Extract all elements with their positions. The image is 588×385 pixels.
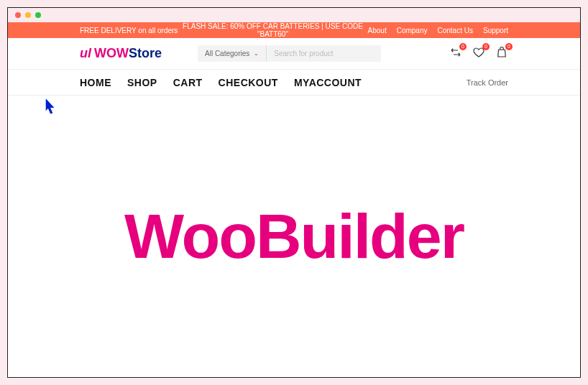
nav-checkout[interactable]: CHECKOUT bbox=[219, 77, 278, 88]
window-minimize-icon[interactable] bbox=[25, 12, 31, 18]
nav-shop[interactable]: SHOP bbox=[127, 77, 157, 88]
contact-link[interactable]: Contact Us bbox=[438, 27, 473, 34]
nav-cart[interactable]: CART bbox=[173, 77, 203, 88]
cart-logo-icon: ul bbox=[80, 46, 91, 61]
free-delivery-text: FREE DELIVERY on all orders bbox=[80, 27, 178, 34]
logo-wow: WOW bbox=[94, 46, 129, 60]
cart-badge: 0 bbox=[505, 43, 513, 50]
browser-window: FREE DELIVERY on all orders FLASH SALE: … bbox=[7, 7, 581, 378]
logo-store: Store bbox=[129, 46, 162, 60]
compare-button[interactable]: 0 bbox=[449, 46, 462, 62]
wishlist-button[interactable]: 0 bbox=[472, 46, 485, 62]
nav-home[interactable]: HOME bbox=[80, 77, 111, 88]
nav-links: HOME SHOP CART CHECKOUT MYACCOUNT bbox=[80, 77, 362, 88]
flash-sale-text: FLASH SALE: 60% OFF CAR BATTERIES | USE … bbox=[178, 22, 367, 38]
category-label: All Categories bbox=[205, 50, 249, 57]
about-link[interactable]: About bbox=[368, 27, 387, 34]
site-logo[interactable]: ul WOWStore bbox=[80, 46, 162, 61]
search-input[interactable] bbox=[266, 45, 381, 62]
search-group: All Categories ⌄ bbox=[198, 45, 381, 62]
cart-button[interactable]: 0 bbox=[495, 46, 508, 62]
wishlist-badge: 0 bbox=[482, 43, 490, 50]
support-link[interactable]: Support bbox=[483, 27, 508, 34]
window-titlebar bbox=[8, 8, 580, 22]
compare-badge: 0 bbox=[459, 43, 467, 50]
company-link[interactable]: Company bbox=[397, 27, 428, 34]
chevron-down-icon: ⌄ bbox=[254, 50, 259, 57]
window-close-icon[interactable] bbox=[15, 12, 21, 18]
hero-title: WooBuilder bbox=[124, 200, 464, 273]
header: ul WOWStore All Categories ⌄ 0 0 0 bbox=[8, 38, 580, 70]
main-nav: HOME SHOP CART CHECKOUT MYACCOUNT Track … bbox=[8, 70, 580, 96]
page-content: WooBuilder bbox=[8, 96, 580, 377]
banner-links: About Company Contact Us Support bbox=[368, 27, 508, 34]
nav-myaccount[interactable]: MYACCOUNT bbox=[294, 77, 362, 88]
promo-banner: FREE DELIVERY on all orders FLASH SALE: … bbox=[8, 22, 580, 38]
header-icons: 0 0 0 bbox=[449, 46, 508, 62]
window-maximize-icon[interactable] bbox=[35, 12, 41, 18]
category-select[interactable]: All Categories ⌄ bbox=[198, 45, 266, 62]
track-order-link[interactable]: Track Order bbox=[467, 78, 508, 87]
